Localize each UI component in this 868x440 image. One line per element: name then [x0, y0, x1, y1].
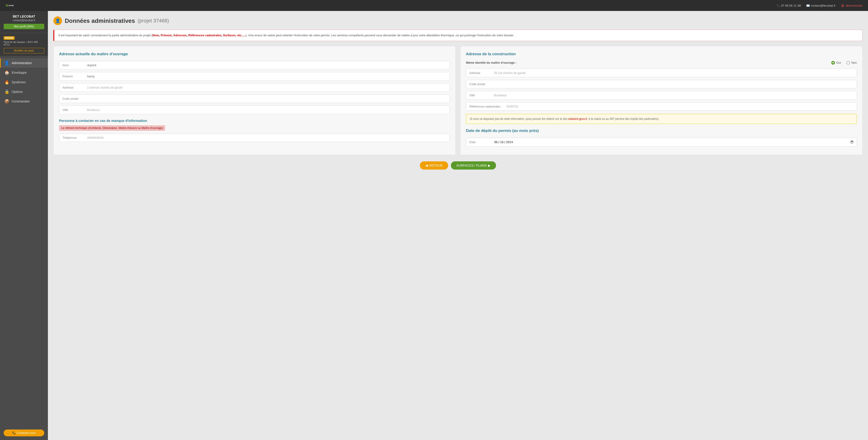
phone-number: 📞 07 66 56 11 98	[777, 4, 801, 7]
sidebar-pack: RE2020 Pack fin de travaux + ACV 439 €TT…	[0, 33, 48, 56]
bottom-buttons: ◀ RETOUR SURFACES / PLANS ▶	[53, 162, 863, 170]
sidebar-footer: 📞 Contactez-nous	[0, 426, 48, 440]
info-box: Si vous ne disposez pas de cette informa…	[466, 114, 857, 124]
systems-icon: 🔥	[4, 80, 9, 85]
maitre-ouvrage-card: Adresse actuelle du maître d'ouvrage Nom…	[53, 46, 456, 155]
construction-ville-label: Ville	[466, 91, 491, 99]
adresse-field: Adresse	[59, 83, 450, 92]
modify-pack-button[interactable]: Modifier de pack	[4, 48, 44, 53]
references-label: Références cadastrales	[466, 102, 504, 111]
page-header: 👤 Données administratives (projet 37468)	[53, 17, 863, 25]
nom-label: Nom	[59, 61, 84, 69]
sidebar-item-label: Options	[12, 90, 23, 94]
construction-ville-input[interactable]	[491, 91, 857, 99]
svg-text:RT/RE: RT/RE	[9, 5, 14, 7]
company-name: BET LECOBAT	[4, 14, 44, 18]
content-grid: Adresse actuelle du maître d'ouvrage Nom…	[53, 46, 863, 155]
page-title: Données administratives	[65, 17, 135, 24]
page-subtitle: (projet 37468)	[138, 18, 169, 24]
sidebar-item-envelope[interactable]: 🏠 Enveloppe	[0, 68, 48, 77]
construction-ville-field: Ville	[466, 91, 857, 99]
radio-oui-label: Oui	[836, 61, 841, 64]
radio-non-label: Non	[851, 61, 857, 64]
back-button[interactable]: ◀ RETOUR	[420, 162, 448, 170]
options-icon: 🔒	[4, 89, 9, 94]
next-arrow-icon: ▶	[488, 164, 491, 167]
logo: RT/RE	[5, 3, 14, 8]
construction-adresse-field: Adresse	[466, 69, 857, 77]
orders-icon: 📦	[4, 99, 9, 104]
radio-oui-dot	[831, 61, 835, 65]
code-postal-field: Code postal	[59, 94, 450, 103]
logout-icon: ⏻	[841, 4, 844, 7]
date-section-title: Date de dépôt du permis (au mois près)	[466, 128, 857, 133]
construction-code-postal-label: Code postal	[466, 80, 491, 88]
radio-non[interactable]: Non	[846, 61, 857, 65]
ville-input[interactable]	[84, 106, 450, 114]
construction-title: Adresse de la construction	[466, 52, 857, 56]
contact-section-title: Personne à contacter en cas de manque d'…	[59, 119, 450, 122]
cadastre-link[interactable]: cadastre.gouv.fr	[568, 117, 587, 120]
date-label: Date	[466, 138, 491, 146]
prenom-field: Prénom	[59, 72, 450, 81]
references-field: Références cadastrales	[466, 102, 857, 111]
radio-non-dot	[846, 61, 850, 65]
adresse-input[interactable]	[84, 84, 450, 91]
ville-field: Ville	[59, 106, 450, 114]
svg-point-0	[6, 5, 8, 6]
logout-link[interactable]: ⏻ déconnexion	[841, 4, 863, 7]
sidebar-item-label: Commandes	[12, 99, 30, 103]
maitre-ouvrage-title: Adresse actuelle du maître d'ouvrage	[59, 52, 450, 56]
envelope-icon: 🏠	[4, 70, 9, 75]
construction-adresse-label: Adresse	[466, 69, 491, 77]
sidebar-nav: 👤 Administration 🏠 Enveloppe 🔥 Systèmes …	[0, 56, 48, 426]
date-field: Date	[466, 138, 857, 147]
code-postal-input[interactable]	[84, 95, 450, 103]
sidebar-profile: BET LECOBAT contact@lecobat.fr Mon profi…	[0, 11, 48, 33]
same-identity-label: Même identité du maître d'ouvrage :	[466, 61, 517, 64]
same-identity-row: Même identité du maître d'ouvrage : Oui …	[466, 61, 857, 65]
sidebar-item-label: Enveloppe	[12, 71, 27, 75]
nom-field: Nom	[59, 61, 450, 69]
admin-icon: 👤	[4, 60, 9, 65]
construction-code-postal-field: Code postal	[466, 80, 857, 88]
main-content: 👤 Données administratives (projet 37468)…	[48, 11, 868, 440]
sidebar-email: contact@lecobat.fr	[4, 19, 44, 22]
telephone-label: Téléphone	[59, 134, 84, 142]
pack-text: Pack fin de travaux + ACV 439 €TTC	[4, 40, 44, 46]
svg-point-1	[6, 5, 7, 6]
references-input[interactable]	[504, 102, 857, 111]
sidebar-item-label: Administration	[12, 61, 32, 65]
profile-button[interactable]: Mon profil (50%)	[4, 24, 44, 29]
page-header-icon: 👤	[53, 17, 62, 25]
date-input[interactable]	[491, 138, 857, 146]
sidebar-item-orders[interactable]: 📦 Commandes	[0, 96, 48, 106]
adresse-label: Adresse	[59, 84, 84, 91]
telephone-field: Téléphone	[59, 134, 450, 142]
radio-oui[interactable]: Oui	[831, 61, 841, 65]
sidebar: BET LECOBAT contact@lecobat.fr Mon profi…	[0, 11, 48, 440]
alert-highlight: Nom, Prénom, Adresses, Références cadast…	[153, 33, 246, 37]
ville-label: Ville	[59, 106, 84, 114]
telephone-input[interactable]	[84, 134, 450, 142]
code-postal-label: Code postal	[59, 95, 84, 103]
nom-input[interactable]	[84, 61, 450, 69]
topnav-right: 📞 07 66 56 11 98 ✉️ contact@lecobat.fr ⏻…	[777, 4, 863, 7]
sidebar-item-admin[interactable]: 👤 Administration	[0, 58, 48, 68]
construction-card: Adresse de la construction Même identité…	[460, 46, 863, 155]
sidebar-item-systems[interactable]: 🔥 Systèmes	[0, 77, 48, 87]
prenom-input[interactable]	[84, 72, 450, 80]
construction-code-postal-input[interactable]	[491, 80, 857, 88]
contact-button[interactable]: 📞 Contactez-nous	[4, 430, 44, 436]
email-address: ✉️ contact@lecobat.fr	[806, 4, 835, 7]
sidebar-item-label: Systèmes	[12, 80, 26, 84]
prenom-label: Prénom	[59, 72, 84, 80]
contact-role-label: Le référent technique (Architecte, Déssi…	[59, 125, 165, 131]
radio-group: Oui Non	[831, 61, 857, 65]
topnav: RT/RE 📞 07 66 56 11 98 ✉️ contact@lecoba…	[0, 0, 868, 11]
pack-badge: RE2020	[4, 36, 14, 40]
construction-adresse-input[interactable]	[491, 69, 857, 77]
next-button[interactable]: SURFACES / PLANS ▶	[451, 162, 496, 170]
back-arrow-icon: ◀	[425, 164, 428, 167]
sidebar-item-options[interactable]: 🔒 Options	[0, 87, 48, 96]
